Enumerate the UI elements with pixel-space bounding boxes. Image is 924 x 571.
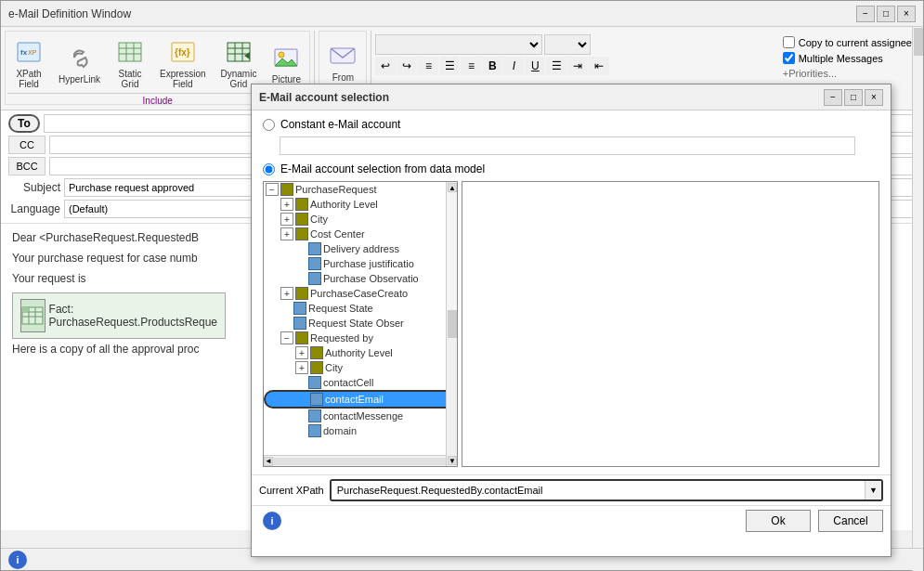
main-scroll-thumb[interactable]	[914, 28, 923, 56]
hyperlink-button[interactable]: HyperLink	[52, 39, 107, 88]
field-icon-contact-cell	[308, 376, 321, 389]
expand-purchase-case-creato[interactable]: +	[280, 287, 293, 300]
bcc-button[interactable]: BCC	[8, 157, 46, 175]
tree-item-purchase-request[interactable]: − PurchaseRequest	[264, 182, 457, 197]
picture-button[interactable]: Picture	[265, 39, 307, 88]
minimize-button[interactable]: −	[856, 6, 875, 22]
modal-minimize-button[interactable]: −	[824, 89, 842, 106]
align-right-button[interactable]: ≡	[461, 57, 481, 75]
bold-button[interactable]: B	[482, 57, 502, 75]
expand-purchase-request[interactable]: −	[266, 183, 279, 196]
field-icon-request-state-obser	[293, 317, 306, 330]
underline-button[interactable]: U	[525, 57, 545, 75]
tree-scroll-up[interactable]: ▲	[448, 183, 457, 192]
hyperlink-icon	[65, 43, 95, 72]
multiple-messages-checkbox[interactable]	[783, 52, 795, 64]
tree-item-delivery-address[interactable]: Delivery address	[264, 241, 457, 256]
indent-button[interactable]: ⇥	[567, 57, 588, 75]
tree-item-city-1[interactable]: + City	[264, 212, 457, 227]
list-button[interactable]: ☰	[546, 57, 566, 75]
tree-item-purchase-case-creato[interactable]: + PurchaseCaseCreato	[264, 286, 457, 301]
label-purchase-observatio: Purchase Observatio	[323, 273, 419, 284]
expand-authority-level-2[interactable]: +	[295, 346, 308, 359]
label-request-state-obser: Request State Obser	[308, 318, 404, 329]
xpath-value-field[interactable]	[332, 481, 865, 500]
tree-item-authority-level-1[interactable]: + Authority Level	[264, 197, 457, 212]
label-city-2: City	[325, 362, 343, 373]
tree-scroll-track	[447, 193, 457, 310]
modal-close-button[interactable]: ×	[865, 89, 883, 106]
modal-title-bar: E-Mail account selection − □ ×	[252, 84, 891, 110]
svg-point-17	[279, 52, 284, 58]
tree-scroll-down[interactable]: ▼	[448, 456, 457, 465]
expand-authority-level-1[interactable]: +	[280, 198, 293, 211]
tree-item-purchase-observatio[interactable]: Purchase Observatio	[264, 271, 457, 286]
tree-item-domain[interactable]: domain	[264, 423, 457, 438]
data-model-radio[interactable]	[263, 163, 275, 175]
xpath-field-button[interactable]: fxXP XPathField	[7, 33, 50, 93]
align-center-button[interactable]: ☰	[439, 57, 460, 75]
modal-maximize-button[interactable]: □	[844, 89, 863, 106]
tree-hscrollbar[interactable]: ◄ ►	[264, 455, 457, 466]
undo-button[interactable]: ↩	[375, 57, 396, 75]
db-icon-city-2	[310, 361, 323, 374]
label-authority-level-2: Authority Level	[325, 347, 393, 358]
maximize-button[interactable]: □	[877, 6, 895, 22]
ok-button[interactable]: Ok	[746, 510, 811, 532]
tree-item-purchase-justificatio[interactable]: Purchase justificatio	[264, 256, 457, 271]
expand-requested-by[interactable]: −	[280, 331, 293, 344]
cc-button[interactable]: CC	[8, 136, 46, 154]
tree-scroll-thumb[interactable]	[448, 310, 457, 338]
expand-city-1[interactable]: +	[280, 213, 293, 226]
redo-button[interactable]: ↪	[397, 57, 417, 75]
tree-item-city-2[interactable]: + City	[264, 360, 457, 375]
static-grid-button[interactable]: StaticGrid	[109, 33, 151, 93]
tree-content: − PurchaseRequest + Authority Level +	[264, 182, 457, 455]
to-button[interactable]: To	[8, 114, 40, 133]
font-size-select[interactable]	[544, 34, 591, 55]
db-icon-authority-level-1	[295, 198, 308, 211]
copy-to-assignee-checkbox[interactable]	[783, 36, 795, 48]
label-delivery-address: Delivery address	[323, 243, 399, 254]
tree-item-contact-cell[interactable]: contactCell	[264, 375, 457, 390]
constant-email-radio[interactable]	[263, 119, 275, 131]
main-window-controls: − □ ×	[856, 6, 916, 22]
svg-rect-3	[119, 43, 141, 61]
label-purchase-request: PurchaseRequest	[295, 184, 376, 195]
subject-label: Subject	[8, 181, 64, 194]
cancel-button[interactable]: Cancel	[818, 510, 883, 532]
expression-field-button[interactable]: {fx} ExpressionField	[153, 33, 212, 93]
multiple-messages-row: Multiple Messages	[783, 52, 912, 64]
tree-item-cost-center[interactable]: + Cost Center	[264, 227, 457, 241]
constant-email-field[interactable]	[280, 136, 855, 155]
expand-city-2[interactable]: +	[295, 361, 308, 374]
info-icon[interactable]: i	[8, 551, 27, 569]
xpath-dropdown-button[interactable]: ▼	[865, 481, 881, 500]
data-model-row: E-Mail account selection from data model	[263, 162, 879, 175]
tree-item-request-state[interactable]: Request State	[264, 301, 457, 316]
hyperlink-label: HyperLink	[59, 74, 100, 84]
from-button[interactable]: From	[321, 37, 364, 86]
constant-email-row: Constant e-Mail account	[263, 118, 879, 131]
close-button[interactable]: ×	[897, 6, 916, 22]
tree-container[interactable]: − PurchaseRequest + Authority Level +	[263, 181, 458, 467]
align-left-button[interactable]: ≡	[418, 57, 438, 75]
field-icon-justificatio	[308, 257, 321, 270]
svg-text:{fx}: {fx}	[175, 47, 190, 58]
tree-item-request-state-obser[interactable]: Request State Obser	[264, 316, 457, 331]
italic-button[interactable]: I	[503, 57, 524, 75]
tree-item-contact-email[interactable]: contactEmail	[264, 390, 457, 409]
tree-item-contact-messenge[interactable]: contactMessenge	[264, 409, 457, 423]
static-grid-label: StaticGrid	[119, 69, 142, 89]
field-icon-request-state	[293, 302, 306, 315]
outdent-button[interactable]: ⇤	[589, 57, 609, 75]
expand-cost-center[interactable]: +	[280, 227, 293, 240]
tree-item-requested-by[interactable]: − Requested by	[264, 331, 457, 345]
hscroll-left-btn[interactable]: ◄	[264, 457, 273, 466]
tree-vscrollbar[interactable]: ▲ ▼	[446, 182, 457, 466]
font-family-select[interactable]	[375, 34, 542, 55]
modal-info-icon[interactable]: i	[263, 512, 281, 530]
main-scrollbar[interactable]	[912, 27, 923, 571]
tree-item-authority-level-2[interactable]: + Authority Level	[264, 345, 457, 360]
svg-rect-25	[22, 307, 29, 312]
